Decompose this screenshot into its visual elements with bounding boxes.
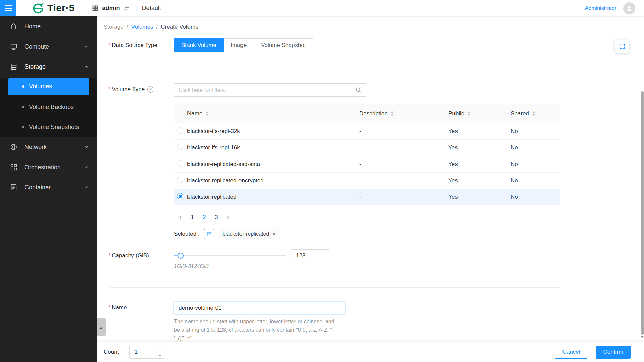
count-input[interactable] — [130, 349, 153, 355]
administrator-link[interactable]: Administrator — [585, 5, 616, 11]
volume-type-shared: No — [511, 161, 560, 168]
sidebar-item-storage[interactable]: Storage — [0, 57, 97, 77]
confirm-button[interactable]: Confirm — [596, 346, 631, 359]
selected-tag-label: blackstor-replicated — [223, 231, 269, 237]
sidebar-item-volume-snapshots[interactable]: Volume Snapshots — [0, 117, 97, 137]
breadcrumb: Storage / Volumes / Create Volume — [104, 24, 199, 31]
row-radio[interactable] — [177, 160, 183, 167]
capacity-input[interactable] — [291, 249, 329, 262]
sidebar-item-label: Network — [24, 144, 47, 151]
volume-type-public: Yes — [448, 177, 511, 184]
column-header-description[interactable]: Description — [359, 110, 448, 117]
sort-icon — [467, 111, 470, 116]
cancel-button[interactable]: Cancel — [555, 346, 588, 359]
volume-type-description: - — [359, 177, 448, 184]
table-row[interactable]: blackstor-ifs-repl-16k - Yes No — [174, 140, 560, 156]
chevron-down-icon — [84, 145, 89, 149]
sidebar-item-label: Volumes — [29, 83, 52, 90]
project-grid-icon — [92, 5, 98, 11]
page-2-current[interactable]: 2 — [200, 213, 209, 222]
network-icon — [10, 143, 17, 151]
project-name[interactable]: admin — [102, 5, 120, 12]
switch-project-icon[interactable] — [123, 5, 130, 12]
tag-close-icon[interactable] — [272, 232, 276, 236]
volume-type-name: blackstor-replicated — [187, 194, 359, 200]
breadcrumb-volumes[interactable]: Volumes — [131, 24, 153, 31]
slider-rail[interactable] — [174, 255, 286, 256]
column-header-public[interactable]: Public — [448, 110, 511, 117]
count-increment-icon[interactable] — [156, 346, 164, 352]
row-radio[interactable] — [177, 127, 183, 134]
image-option[interactable]: Image — [223, 38, 254, 52]
volume-type-name: blackstor-ifs-repl-32k — [187, 128, 359, 135]
row-radio[interactable] — [177, 144, 183, 150]
sidebar-item-home[interactable]: Home — [0, 16, 97, 37]
sidebar-item-label: Container — [24, 184, 51, 191]
count-decrement-icon[interactable] — [156, 352, 164, 358]
top-bar: Tier·5 admin | Default Administrator — [0, 0, 644, 16]
region-name[interactable]: Default — [142, 5, 161, 12]
sidebar-item-orchestration[interactable]: Orchestration — [0, 157, 97, 177]
menu-toggle-button[interactable] — [0, 0, 16, 16]
volume-type-shared: No — [511, 144, 560, 151]
sidebar-item-volumes[interactable]: Volumes — [8, 78, 89, 95]
capacity-slider[interactable] — [174, 253, 286, 258]
help-question-icon[interactable]: ? — [147, 86, 153, 93]
vertical-scrollbar[interactable] — [641, 91, 644, 335]
project-region-switcher: admin | Default — [92, 5, 161, 12]
sidebar-item-volume-backups[interactable]: Volume Backups — [0, 97, 97, 117]
volume-type-shared: No — [511, 128, 560, 135]
row-radio[interactable] — [177, 177, 183, 183]
docked-drawer-handle[interactable] — [97, 318, 106, 336]
logo-text: Tier·5 — [47, 3, 74, 14]
avatar[interactable] — [623, 2, 635, 14]
page-1[interactable]: 1 — [187, 213, 197, 222]
bullet-icon — [22, 85, 24, 88]
volume-type-description: - — [359, 144, 448, 151]
name-label: * Name — [108, 304, 127, 311]
selected-tag: blackstor-replicated — [219, 229, 280, 239]
storage-submenu: Volumes Volume Backups Volume Snapshots — [0, 78, 97, 137]
page-3[interactable]: 3 — [212, 213, 221, 222]
table-row[interactable]: blackstor-replicated-ssd-sata - Yes No — [174, 156, 560, 173]
prev-page-icon[interactable] — [176, 213, 185, 222]
sidebar-item-label: Volume Backups — [29, 104, 74, 111]
sidebar: Home Compute Storage Volumes Volu — [0, 16, 97, 362]
required-asterisk: * — [108, 253, 110, 259]
filter-input[interactable] — [179, 87, 355, 93]
section-divider — [110, 287, 560, 288]
table-row-selected[interactable]: blackstor-replicated - Yes No — [174, 189, 560, 205]
search-icon[interactable] — [355, 87, 362, 93]
blank-volume-option[interactable]: Blank Volume — [174, 38, 224, 52]
volume-type-label: * Volume Type ? — [108, 86, 153, 93]
volume-type-table: Name Description Public Shared blackstor… — [174, 104, 560, 205]
data-source-type-label: * Data Source Type — [108, 42, 157, 49]
fullscreen-toggle-button[interactable] — [615, 40, 629, 53]
column-header-name[interactable]: Name — [187, 110, 359, 117]
chevron-down-icon — [84, 44, 89, 49]
slider-handle[interactable] — [178, 253, 184, 259]
sidebar-item-container[interactable]: Container — [0, 177, 97, 197]
next-page-icon[interactable] — [224, 213, 232, 222]
scrollbar-down-icon[interactable] — [641, 335, 644, 339]
breadcrumb-storage[interactable]: Storage — [104, 24, 124, 31]
bullet-icon — [22, 126, 24, 128]
row-radio-checked[interactable] — [177, 193, 183, 199]
sidebar-item-compute[interactable]: Compute — [0, 37, 97, 57]
sidebar-item-network[interactable]: Network — [0, 137, 97, 157]
header-divider: | — [134, 5, 138, 11]
tier5-logo-icon — [32, 2, 44, 14]
name-input[interactable] — [174, 302, 345, 314]
selected-box-icon-button[interactable] — [204, 229, 214, 239]
volume-type-shared: No — [511, 194, 560, 200]
sort-icon — [391, 111, 394, 116]
volume-snapshot-option[interactable]: Volume Snapshot — [254, 38, 313, 52]
table-row[interactable]: blackstor-replicated-encrypted - Yes No — [174, 173, 560, 189]
chevron-up-icon — [84, 64, 89, 69]
column-header-shared[interactable]: Shared — [511, 110, 560, 117]
sort-icon — [532, 111, 535, 116]
table-row[interactable]: blackstor-ifs-repl-32k - Yes No — [174, 123, 560, 140]
chevron-down-icon — [84, 185, 89, 190]
sidebar-item-label: Orchestration — [24, 164, 61, 171]
section-divider — [110, 74, 560, 74]
